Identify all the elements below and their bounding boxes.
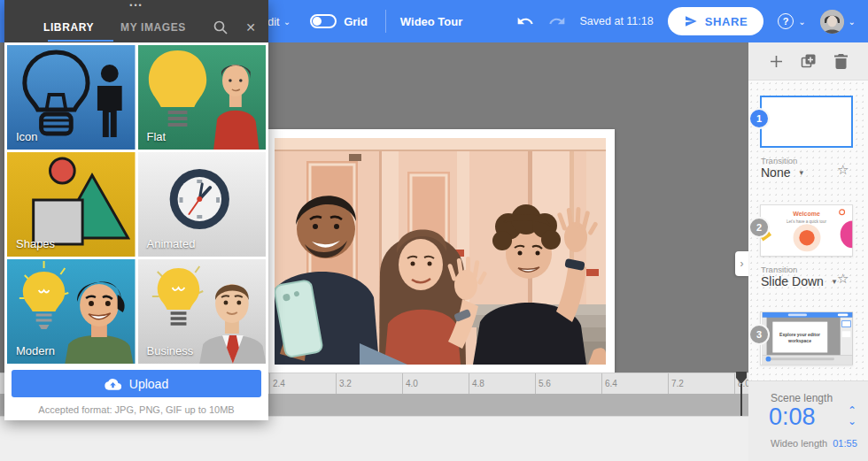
scene-2-preview bbox=[761, 205, 854, 256]
chevron-down-icon: ⌄ bbox=[849, 17, 856, 27]
sidebar-collapse-handle[interactable]: › bbox=[735, 251, 748, 276]
upload-button[interactable]: Upload bbox=[12, 370, 261, 397]
duplicate-icon bbox=[801, 53, 817, 69]
chevron-down-icon: ⌄ bbox=[798, 17, 805, 27]
close-icon: ✕ bbox=[245, 20, 256, 35]
video-length-label: Wideo length bbox=[771, 438, 827, 449]
drag-handle[interactable]: ••• bbox=[4, 1, 268, 10]
transition-label: Transition bbox=[761, 156, 797, 165]
edit-menu-label: dit bbox=[267, 15, 280, 28]
bottom-toolbar: ? Help ⌄ bbox=[0, 416, 748, 461]
topbar-right: Saved at 11:18 SHARE ? ⌄ ⌄ bbox=[516, 0, 856, 42]
help-menu[interactable]: ? ⌄ bbox=[778, 13, 805, 29]
scene-length-value: 0:08 bbox=[769, 403, 816, 431]
category-animated[interactable]: Animated bbox=[138, 152, 267, 257]
undo-button[interactable] bbox=[516, 12, 534, 30]
video-length-row: Wideo length 01:55 bbox=[771, 438, 857, 449]
upload-hint: Accepted format: JPG, PNG, GIF up to 10M… bbox=[4, 404, 268, 415]
category-icon[interactable]: Icon bbox=[7, 45, 136, 150]
grid-toggle-label: Grid bbox=[344, 15, 368, 28]
category-modern[interactable]: Modern bbox=[7, 259, 136, 364]
cloud-upload-icon bbox=[105, 378, 121, 390]
send-icon bbox=[684, 14, 698, 28]
upload-section: Upload Accepted format: JPG, PNG, GIF up… bbox=[4, 366, 268, 420]
library-categories: Icon Flat bbox=[4, 42, 268, 366]
scene-3-thumbnail[interactable]: Explore your editor workspace bbox=[760, 311, 853, 365]
photo-of-three-people-waving bbox=[275, 138, 606, 365]
grid-toggle[interactable]: Grid bbox=[310, 14, 368, 28]
scene-length-panel: Scene length 0:08 ⌃ ⌄ Wideo length 01:55 bbox=[748, 380, 868, 461]
star-icon: ☆ bbox=[837, 162, 849, 177]
library-panel-header: ••• LIBRARY MY IMAGES ✕ bbox=[4, 0, 268, 42]
undo-icon bbox=[516, 12, 534, 30]
wideo-tour-button[interactable]: Wideo Tour bbox=[400, 15, 462, 28]
chevron-down-icon: ⌄ bbox=[848, 415, 856, 427]
toggle-track bbox=[310, 14, 337, 28]
scene-1-badge: 1 bbox=[750, 110, 768, 127]
scene-2-badge: 2 bbox=[750, 219, 768, 236]
category-business[interactable]: Business bbox=[138, 259, 267, 364]
redo-icon bbox=[548, 12, 566, 30]
share-button-label: SHARE bbox=[705, 15, 748, 28]
category-label: Business bbox=[147, 344, 194, 357]
library-tabs: LIBRARY MY IMAGES ✕ bbox=[4, 14, 268, 41]
chevron-down-icon: ⌄ bbox=[283, 17, 291, 27]
scenes-sidebar: 1 Transition None ▾ ☆ Welcome Let's have… bbox=[748, 42, 868, 461]
canvas-photo-object[interactable] bbox=[266, 129, 615, 373]
edit-menu[interactable]: dit ⌄ bbox=[267, 15, 291, 28]
close-panel-button[interactable]: ✕ bbox=[245, 20, 256, 35]
scene-toolbar bbox=[748, 42, 868, 81]
active-tab-indicator bbox=[48, 40, 113, 42]
duplicate-scene-button[interactable] bbox=[801, 53, 817, 69]
wideo-editor-app: dit ⌄ Grid Wideo Tour Saved at 11:18 SHA… bbox=[0, 0, 868, 461]
playhead-line bbox=[740, 384, 742, 416]
search-button[interactable] bbox=[213, 20, 228, 35]
scene-3-badge: 3 bbox=[750, 326, 768, 343]
playhead-triangle bbox=[736, 378, 747, 384]
playhead-head bbox=[736, 372, 747, 378]
account-menu[interactable]: ⌄ bbox=[820, 10, 856, 34]
scene-3-preview bbox=[761, 312, 854, 365]
delete-scene-button[interactable] bbox=[834, 54, 848, 69]
transition-value: None bbox=[761, 165, 790, 180]
video-length-value: 01:55 bbox=[833, 438, 857, 449]
category-label: Shapes bbox=[16, 237, 55, 250]
chevron-right-icon: › bbox=[740, 257, 744, 270]
scene-1-thumbnail[interactable] bbox=[760, 96, 853, 148]
playhead[interactable] bbox=[736, 372, 747, 384]
share-button[interactable]: SHARE bbox=[668, 7, 764, 35]
scene-2-thumbnail[interactable]: Welcome Let's have a quick tour bbox=[760, 204, 853, 257]
transition-value: Slide Down bbox=[761, 274, 824, 288]
scene-1-transition-dropdown[interactable]: None ▾ bbox=[761, 165, 803, 180]
scene-length-stepper: ⌃ ⌄ bbox=[848, 406, 856, 426]
decrease-length-button[interactable]: ⌄ bbox=[848, 417, 856, 426]
plus-icon bbox=[770, 55, 783, 68]
category-label: Animated bbox=[147, 237, 196, 250]
category-shapes[interactable]: Shapes bbox=[7, 152, 136, 257]
topbar-divider bbox=[385, 10, 386, 33]
library-panel: ••• LIBRARY MY IMAGES ✕ bbox=[4, 0, 268, 420]
upload-button-label: Upload bbox=[129, 377, 168, 391]
topbar-left: dit ⌄ Grid Wideo Tour bbox=[267, 0, 462, 42]
search-icon bbox=[213, 20, 228, 35]
trash-icon bbox=[834, 54, 848, 69]
caret-down-icon: ▾ bbox=[799, 168, 803, 177]
redo-button[interactable] bbox=[548, 12, 566, 30]
toggle-knob bbox=[313, 17, 322, 26]
category-flat[interactable]: Flat bbox=[138, 45, 267, 150]
scene-2-favorite-button[interactable]: ☆ bbox=[837, 271, 849, 287]
tab-my-images[interactable]: MY IMAGES bbox=[120, 21, 186, 34]
add-scene-button[interactable] bbox=[770, 55, 783, 68]
tab-library[interactable]: LIBRARY bbox=[43, 21, 94, 34]
question-icon: ? bbox=[778, 13, 794, 29]
scene-1-favorite-button[interactable]: ☆ bbox=[837, 162, 849, 178]
category-label: Modern bbox=[16, 344, 55, 357]
scene-2-transition-dropdown[interactable]: Slide Down ▾ bbox=[761, 274, 836, 288]
scene-length-label: Scene length bbox=[771, 392, 833, 404]
scene-list: 1 Transition None ▾ ☆ Welcome Let's have… bbox=[748, 81, 868, 380]
avatar bbox=[820, 10, 844, 34]
category-label: Icon bbox=[16, 130, 38, 143]
category-label: Flat bbox=[147, 130, 167, 143]
caret-down-icon: ▾ bbox=[833, 277, 837, 286]
transition-label: Transition bbox=[761, 265, 797, 274]
